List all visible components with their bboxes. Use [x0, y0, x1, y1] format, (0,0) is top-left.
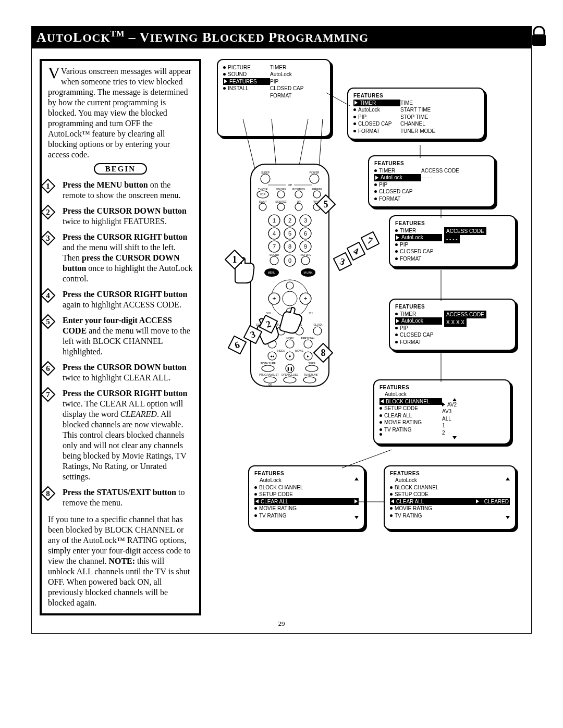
- svg-text:1: 1: [273, 217, 276, 224]
- svg-point-106: [304, 340, 312, 348]
- svg-text:CH: CH: [309, 312, 313, 315]
- svg-text:1: 1: [46, 182, 50, 190]
- svg-text:8: 8: [288, 243, 291, 250]
- step-5: 5 Enter your four-digit ACCESS CODE and …: [48, 315, 193, 357]
- osd-access-code-blank: FEATURES TIMER AutoLock PIP CLOSED CAP F…: [389, 215, 516, 268]
- svg-text:MOVIE: MOVIE: [295, 349, 304, 352]
- svg-point-51: [295, 203, 302, 211]
- svg-text:6: 6: [46, 364, 50, 373]
- svg-text:TUNER A/B: TUNER A/B: [304, 373, 318, 376]
- instructions-column: VVarious onscreen messages will appear w…: [40, 59, 201, 616]
- page-title-bar: AUTOLOCKTM – VIEWING BLOCKED PROGRAMMING: [31, 26, 532, 48]
- svg-text:5: 5: [46, 317, 50, 326]
- svg-text:INSTA SURF: INSTA SURF: [260, 362, 275, 365]
- svg-text:6: 6: [304, 230, 307, 237]
- svg-text:VCR: VCR: [260, 193, 266, 196]
- svg-text:PROGRAM LIST: PROGRAM LIST: [259, 373, 279, 376]
- svg-point-126: [303, 377, 316, 383]
- svg-text:ON/OFF: ON/OFF: [276, 188, 286, 191]
- svg-point-76: [301, 256, 310, 265]
- svg-text:SLEEP: SLEEP: [261, 171, 270, 174]
- svg-text:MENU: MENU: [268, 271, 276, 274]
- osd-block-channel: FEATURES AutoLock BLOCK CHANNEL SETUP CO…: [373, 379, 511, 445]
- svg-text:SOUND: SOUND: [270, 253, 279, 256]
- intro-text: VVarious onscreen messages will appear w…: [48, 66, 193, 160]
- svg-text:3: 3: [304, 217, 307, 224]
- svg-text:7: 7: [273, 243, 276, 250]
- svg-point-30: [261, 174, 270, 183]
- svg-text:4: 4: [273, 230, 276, 237]
- svg-text:1: 1: [232, 254, 237, 265]
- lock-icon: [531, 26, 547, 47]
- step-8: 8 Press the STATUS/EXIT button to remove…: [48, 487, 193, 508]
- step-1: 1 Press the MENU button on the remote to…: [48, 180, 193, 201]
- svg-text:0: 0: [288, 257, 291, 264]
- svg-point-42: [277, 191, 285, 198]
- svg-text:9: 9: [304, 243, 307, 250]
- svg-point-120: [305, 365, 318, 372]
- osd-features-timer: FEATURES TIMER AutoLock PIP CLOSED CAP F…: [347, 88, 485, 140]
- svg-point-87: [286, 282, 293, 289]
- svg-point-32: [310, 174, 319, 183]
- svg-point-124: [264, 377, 276, 383]
- osd-features-autolock: FEATURES TIMER AutoLock PIP CLOSED CAP F…: [368, 155, 495, 208]
- callout-8: 8: [313, 343, 333, 363]
- svg-text:●: ●: [289, 354, 291, 359]
- osd-access-code-entered: FEATURES TIMER AutoLock PIP CLOSED CAP F…: [389, 299, 516, 351]
- osd-cleared: FEATURES AutoLock BLOCK CHANNEL SETUP CO…: [384, 465, 516, 530]
- svg-text:M-LINK: M-LINK: [304, 271, 313, 274]
- page-title: AUTOLOCKTM – VIEWING BLOCKED PROGRAMMING: [36, 30, 369, 45]
- page-number: 29: [40, 620, 523, 628]
- svg-point-125: [284, 377, 296, 383]
- svg-text:4: 4: [46, 291, 50, 300]
- osd-clear-all: FEATURES AutoLock BLOCK CHANNEL SETUP CO…: [248, 465, 365, 530]
- svg-point-43: [295, 191, 302, 198]
- svg-text:PERSONAL: PERSONAL: [301, 337, 315, 340]
- svg-text:INDEX: INDEX: [286, 337, 294, 340]
- svg-text:POWER: POWER: [310, 171, 320, 174]
- svg-point-117: [262, 365, 274, 372]
- svg-text:SOURCE: SOURCE: [275, 200, 287, 203]
- svg-text:PICTURE: PICTURE: [300, 253, 312, 256]
- svg-text:5: 5: [288, 230, 291, 237]
- svg-text:2: 2: [46, 208, 50, 216]
- svg-text:SWAP: SWAP: [259, 200, 267, 203]
- svg-point-72: [270, 256, 278, 265]
- svg-point-49: [259, 203, 266, 211]
- step-4: 4 Press the CURSOR RIGHT button again to…: [48, 289, 193, 310]
- svg-text:7: 7: [46, 390, 50, 399]
- svg-text:◂◂: ◂◂: [270, 354, 274, 359]
- svg-text:8: 8: [321, 348, 326, 358]
- note-text: If you tune to a specific channel that h…: [48, 514, 193, 608]
- svg-text:▸: ▸: [307, 354, 309, 359]
- svg-text:CLOCK: CLOCK: [313, 323, 323, 326]
- svg-text:PIP: PIP: [288, 183, 292, 187]
- begin-label: BEGIN: [94, 163, 147, 175]
- svg-text:+: +: [303, 295, 307, 302]
- svg-text:3: 3: [46, 234, 50, 242]
- svg-text:VIDEO: VIDEO: [277, 349, 285, 352]
- svg-text:8: 8: [46, 489, 50, 498]
- step-7: 7 Press the CURSOR RIGHT button twice. T…: [48, 388, 193, 482]
- svg-text:OPEN/CLOSE: OPEN/CLOSE: [282, 373, 299, 376]
- step-3: 3 Press the CURSOR RIGHT button and the …: [48, 232, 193, 284]
- svg-text:FREEZE: FREEZE: [312, 188, 322, 191]
- step-6: 6 Press the CURSOR DOWN button twice to …: [48, 362, 193, 383]
- svg-point-100: [313, 327, 322, 335]
- callout-1: 1: [225, 250, 244, 269]
- svg-text:5: 5: [324, 199, 328, 209]
- svg-text:2: 2: [288, 217, 291, 224]
- svg-text:POSITION: POSITION: [292, 188, 305, 191]
- svg-point-105: [286, 340, 294, 348]
- svg-text:OK: OK: [268, 383, 272, 386]
- svg-text:UP: UP: [297, 200, 301, 203]
- svg-text:❚❚: ❚❚: [287, 367, 293, 371]
- svg-text:TV/VCR: TV/VCR: [258, 188, 268, 191]
- step-2: 2 Press the CURSOR DOWN button twice to …: [48, 206, 193, 227]
- svg-rect-0: [532, 34, 546, 46]
- svg-text:+: +: [272, 295, 276, 302]
- svg-point-50: [277, 203, 285, 211]
- callout-5: 5: [316, 194, 336, 214]
- diagram-column: PICTURE SOUND FEATURES INSTALL TIMER Aut…: [217, 59, 523, 616]
